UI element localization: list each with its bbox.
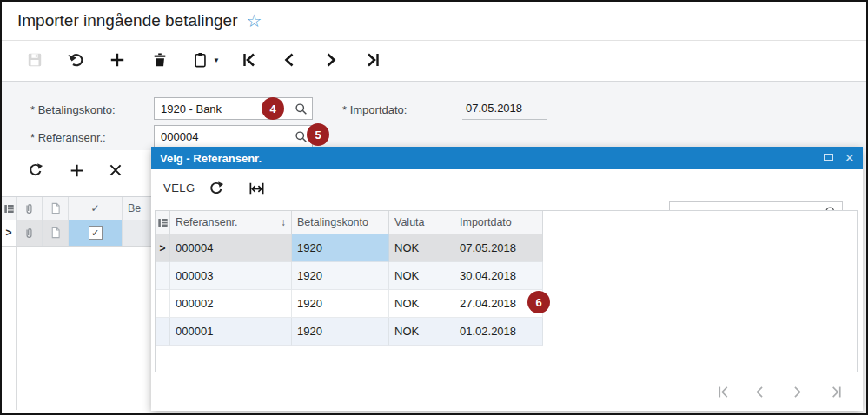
- row-indicator: >: [2, 220, 17, 246]
- go-next-icon[interactable]: [321, 50, 341, 69]
- cell-referansenr[interactable]: 000003: [170, 262, 292, 290]
- favorite-star-icon[interactable]: ☆: [247, 12, 262, 30]
- dialog-grid-header: Referansenr. ↓ Betalingskonto Valuta Imp…: [156, 211, 543, 234]
- referansenr-lookup-icon[interactable]: [295, 130, 308, 143]
- lookup-dialog: Velg - Referansenr. × VELG: [151, 147, 863, 411]
- left-grid-toolbar: [2, 161, 151, 181]
- row-indicator: >: [156, 234, 170, 262]
- betalingskonto-lookup-icon[interactable]: [295, 102, 308, 115]
- page-header: Importer inngående betalinger ☆: [2, 2, 866, 41]
- dialog-title: Velg - Referansenr.: [160, 152, 262, 165]
- attachment-column-header[interactable]: [17, 197, 43, 220]
- cell-valuta[interactable]: NOK: [389, 262, 454, 290]
- left-grid-row-divider: [2, 246, 151, 247]
- cell-referansenr[interactable]: 000001: [170, 318, 292, 346]
- referansenr-label: * Referansenr.:: [30, 131, 106, 144]
- check-column-header[interactable]: ✓: [69, 197, 123, 220]
- callout-6: 6: [527, 291, 550, 313]
- delete-icon[interactable]: [150, 50, 169, 69]
- app-window: Importer inngående betalinger ☆ ▼: [0, 0, 868, 415]
- sort-desc-icon: ↓: [281, 216, 286, 228]
- table-row[interactable]: 000003 1920 NOK 30.04.2018: [156, 262, 543, 290]
- pager-last-icon[interactable]: [827, 383, 845, 400]
- clipboard-dropdown-caret-icon[interactable]: ▼: [213, 56, 220, 64]
- form-panel: [2, 81, 866, 150]
- left-grid-row[interactable]: > ✓: [2, 220, 151, 246]
- dialog-refresh-icon[interactable]: [207, 179, 226, 198]
- referansenr-field[interactable]: [154, 125, 313, 148]
- attachment-icon[interactable]: [17, 220, 43, 246]
- refresh-icon[interactable]: [26, 161, 45, 180]
- table-row[interactable]: 000001 1920 NOK 01.02.2018: [156, 318, 543, 346]
- dialog-toolbar: VELG: [151, 169, 863, 209]
- left-grid-cell-partial: [123, 220, 151, 246]
- close-icon[interactable]: ×: [845, 148, 854, 168]
- table-row[interactable]: 000002 1920 NOK 27.04.2018: [156, 290, 543, 318]
- betalingskonto-input[interactable]: [155, 98, 312, 119]
- cell-valuta[interactable]: NOK: [389, 234, 454, 262]
- importdato-label: * Importdato:: [342, 103, 407, 116]
- pager-next-icon[interactable]: [788, 383, 805, 400]
- grid-settings-icon[interactable]: [2, 197, 17, 220]
- callout-5: 5: [307, 123, 329, 146]
- cell-valuta[interactable]: NOK: [389, 290, 454, 318]
- cell-betalingskonto[interactable]: 1920: [292, 290, 389, 318]
- column-header-label: Referansenr.: [176, 216, 238, 228]
- callout-4: 4: [262, 97, 284, 120]
- row-indicator: [156, 262, 170, 290]
- clipboard-icon[interactable]: [191, 50, 210, 69]
- column-header-valuta[interactable]: Valuta: [389, 211, 454, 234]
- main-toolbar: ▼: [2, 41, 866, 81]
- pager-first-icon[interactable]: [714, 383, 732, 400]
- table-row[interactable]: > 000004 1920 NOK 07.05.2018: [156, 234, 543, 262]
- cell-importdato[interactable]: 01.02.2018: [454, 318, 543, 346]
- cell-betalingskonto-active[interactable]: 1920: [292, 234, 389, 262]
- betalingskonto-field[interactable]: [154, 97, 313, 120]
- fit-width-icon[interactable]: [247, 179, 266, 198]
- cell-importdato[interactable]: 07.05.2018: [454, 234, 543, 262]
- left-grid-header: ✓ Be: [2, 196, 151, 221]
- save-icon[interactable]: [25, 50, 44, 69]
- row-indicator: [156, 290, 170, 318]
- note-icon[interactable]: [43, 220, 69, 246]
- left-grid-column-divider: [16, 247, 17, 410]
- cancel-icon[interactable]: [106, 161, 125, 180]
- dialog-grid: Referansenr. ↓ Betalingskonto Valuta Imp…: [155, 210, 858, 372]
- save-icon: [27, 52, 43, 68]
- add-icon[interactable]: [108, 50, 127, 69]
- pager-previous-icon[interactable]: [751, 383, 768, 400]
- referansenr-input[interactable]: [155, 126, 312, 147]
- row-indicator: [156, 318, 170, 346]
- page-title: Importer inngående betalinger: [17, 11, 238, 30]
- grid-settings-icon[interactable]: [156, 211, 170, 234]
- selected-checkbox-cell[interactable]: ✓: [69, 220, 123, 246]
- go-last-icon[interactable]: [363, 50, 382, 69]
- column-header-importdato[interactable]: Importdato: [454, 211, 543, 234]
- column-header-betalingskonto[interactable]: Betalingskonto: [292, 211, 389, 234]
- column-header-referansenr[interactable]: Referansenr. ↓: [170, 211, 292, 234]
- add-row-icon[interactable]: [67, 161, 86, 180]
- partial-column-header[interactable]: Be: [123, 197, 151, 220]
- checkbox-checked[interactable]: ✓: [89, 226, 103, 240]
- go-previous-icon[interactable]: [280, 50, 299, 69]
- cell-valuta[interactable]: NOK: [389, 318, 454, 346]
- dialog-titlebar[interactable]: Velg - Referansenr. ×: [151, 147, 863, 169]
- cell-importdato[interactable]: 30.04.2018: [454, 262, 543, 290]
- importdato-value[interactable]: 07.05.2018: [462, 97, 547, 120]
- notes-column-header[interactable]: [43, 197, 69, 220]
- go-first-icon[interactable]: [240, 50, 259, 69]
- betalingskonto-label: * Betalingskonto:: [30, 103, 116, 116]
- cell-referansenr[interactable]: 000004: [170, 234, 292, 262]
- maximize-icon[interactable]: [824, 154, 833, 161]
- cell-betalingskonto[interactable]: 1920: [292, 262, 389, 290]
- cell-betalingskonto[interactable]: 1920: [292, 318, 389, 346]
- select-button[interactable]: VELG: [163, 181, 195, 194]
- cell-referansenr[interactable]: 000002: [170, 290, 292, 318]
- undo-icon[interactable]: [66, 50, 85, 69]
